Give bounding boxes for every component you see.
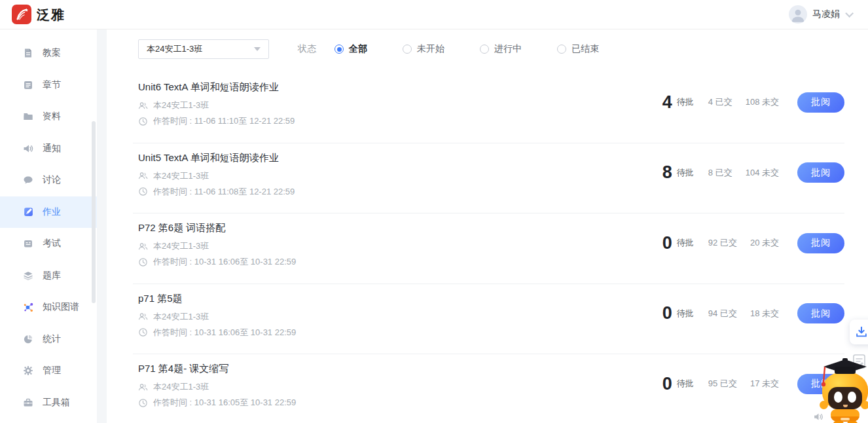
clock-icon <box>138 117 148 126</box>
avatar <box>789 5 807 24</box>
sidebar-item-discussion[interactable]: 讨论 <box>0 164 97 196</box>
sidebar-item-label: 教案 <box>43 47 61 59</box>
content-divider-strip <box>97 29 107 423</box>
exam-icon <box>23 238 34 249</box>
sidebar-item-exams[interactable]: 考试 <box>0 228 97 260</box>
ai-assistant-mascot[interactable] <box>820 358 868 423</box>
assignment-row: Unit6 TextA 单词和短语朗读作业 本24安工1-3班 作答时间 : 1… <box>133 73 844 143</box>
top-header: 泛雅 马凌娟 <box>0 0 868 29</box>
review-button[interactable]: 批阅 <box>797 92 844 113</box>
sidebar-item-label: 通知 <box>43 143 61 155</box>
assignment-row: p71 第5题 本24安工1-3班 作答时间 : 10-31 16:06至 10… <box>133 284 844 355</box>
assignment-class: 本24安工1-3班 <box>153 170 209 182</box>
assignment-stats: 8 待批 8 已交 104 未交 批阅 <box>662 162 844 183</box>
sidebar-item-label: 管理 <box>43 365 61 377</box>
radio-icon <box>335 45 344 54</box>
graduation-cap-icon <box>821 358 868 389</box>
status-radio-in-progress[interactable]: 进行中 <box>480 43 522 55</box>
brand-name: 泛雅 <box>37 6 65 24</box>
assignment-stats: 4 待批 4 已交 108 未交 批阅 <box>662 92 844 113</box>
main-content: 本24安工1-3班 状态 全部 未开始 进行中 已结束 Unit6 TextA … <box>107 29 868 423</box>
sidebar-item-toolbox[interactable]: 工具箱 <box>0 387 97 419</box>
brand-logo-icon <box>12 5 31 24</box>
submitted-count: 94 已交 <box>708 308 737 320</box>
sidebar-item-label: 工具箱 <box>43 397 70 409</box>
radio-icon <box>403 45 412 54</box>
submitted-count: 4 已交 <box>708 96 732 108</box>
pending-label: 待批 <box>677 308 694 320</box>
chevron-down-icon <box>845 9 854 18</box>
pending-label: 待批 <box>677 96 694 108</box>
sidebar-item-label: 讨论 <box>43 174 61 186</box>
sidebar-item-lesson-plans[interactable]: 教案 <box>0 37 97 69</box>
radio-icon <box>557 45 566 54</box>
pending-count: 4 <box>662 92 672 113</box>
status-label: 状态 <box>298 43 316 55</box>
sidebar-item-notifications[interactable]: 通知 <box>0 133 97 165</box>
radio-label: 全部 <box>349 43 367 55</box>
review-button[interactable]: 批阅 <box>797 303 844 323</box>
assignment-time: 作答时间 : 10-31 16:06至 10-31 22:59 <box>153 327 296 339</box>
radio-label: 未开始 <box>417 43 444 55</box>
management-icon <box>23 365 34 377</box>
sidebar-item-statistics[interactable]: 统计 <box>0 323 97 356</box>
review-button[interactable]: 批阅 <box>797 233 844 253</box>
sidebar: 教案 章节 资料 通知 讨论 作业 考试 <box>0 29 97 423</box>
lesson-plan-icon <box>23 48 34 59</box>
export-download-button[interactable] <box>850 320 868 344</box>
sidebar-item-label: 考试 <box>43 238 61 249</box>
class-select[interactable]: 本24安工1-3班 <box>138 39 269 59</box>
user-name: 马凌娟 <box>812 9 840 20</box>
sidebar-item-management[interactable]: 管理 <box>0 355 97 387</box>
radio-label: 已结束 <box>571 43 599 55</box>
not-submitted-count: 20 未交 <box>750 237 779 249</box>
pending-label: 待批 <box>677 237 694 249</box>
discussion-icon <box>23 175 34 186</box>
sidebar-item-knowledge-graph[interactable]: 知识图谱 <box>0 291 97 323</box>
toolbox-icon <box>23 397 34 408</box>
clock-icon <box>138 398 148 408</box>
mascot-eye <box>834 392 842 403</box>
brand[interactable]: 泛雅 <box>12 5 65 24</box>
pending-count: 0 <box>662 303 672 323</box>
sidebar-item-homework[interactable]: 作业 <box>0 196 97 229</box>
mascot-mouth <box>843 405 848 407</box>
sidebar-item-label: 知识图谱 <box>43 301 79 313</box>
sidebar-item-label: 作业 <box>43 206 61 218</box>
materials-folder-icon <box>23 111 34 122</box>
sidebar-item-chapters[interactable]: 章节 <box>0 69 97 101</box>
caret-down-icon <box>254 47 261 51</box>
question-bank-icon <box>23 270 34 281</box>
not-submitted-count: 18 未交 <box>750 308 779 320</box>
pending-count: 0 <box>662 374 672 394</box>
chapters-icon <box>23 79 34 90</box>
class-people-icon <box>138 382 148 392</box>
sidebar-item-label: 统计 <box>43 333 61 345</box>
assignment-stats: 0 待批 92 已交 20 未交 批阅 <box>662 232 844 253</box>
statistics-icon <box>23 333 34 344</box>
mascot-torso <box>831 409 859 422</box>
sidebar-item-materials[interactable]: 资料 <box>0 101 97 133</box>
class-people-icon <box>138 242 148 251</box>
status-radio-not-started[interactable]: 未开始 <box>403 43 444 55</box>
status-radio-all[interactable]: 全部 <box>335 43 367 55</box>
assignment-time: 作答时间 : 11-06 11:10至 12-21 22:59 <box>153 115 295 127</box>
status-radio-ended[interactable]: 已结束 <box>557 43 599 55</box>
clock-icon <box>138 327 148 337</box>
review-button[interactable]: 批阅 <box>797 162 844 183</box>
homework-icon <box>23 206 34 217</box>
radio-label: 进行中 <box>494 43 522 55</box>
mascot-belt-badge <box>841 418 850 420</box>
not-submitted-count: 17 未交 <box>750 378 779 390</box>
mascot-face <box>828 387 862 409</box>
assignment-row: P72 第6题 词语搭配 本24安工1-3班 作答时间 : 10-31 16:0… <box>133 213 844 284</box>
assignment-row: P71 第4题- 课文缩写 本24安工1-3班 作答时间 : 10-31 16:… <box>133 354 844 423</box>
sidebar-item-question-bank[interactable]: 题库 <box>0 260 97 292</box>
pending-label: 待批 <box>677 167 694 179</box>
assignment-stats: 0 待批 95 已交 17 未交 批阅 <box>662 373 844 394</box>
user-menu[interactable]: 马凌娟 <box>789 5 851 24</box>
submitted-count: 95 已交 <box>708 378 737 390</box>
assignment-time: 作答时间 : 10-31 16:06至 10-31 22:59 <box>153 256 296 268</box>
sidebar-scrollbar[interactable] <box>92 121 96 303</box>
filter-bar: 本24安工1-3班 状态 全部 未开始 进行中 已结束 <box>138 39 844 59</box>
